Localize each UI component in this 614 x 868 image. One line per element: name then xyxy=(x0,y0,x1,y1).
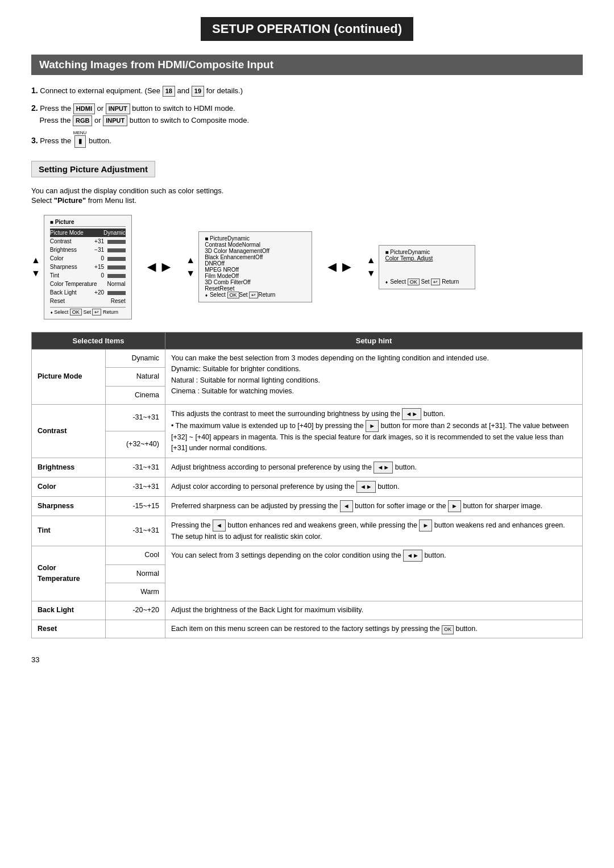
hint-contrast: This adjusts the contrast to meet the su… xyxy=(165,404,583,458)
subsection-desc1: You can adjust the display condition suc… xyxy=(31,186,583,195)
hint-brightness: Adjust brightness according to personal … xyxy=(165,458,583,477)
hint-back-light: Adjust the brightness of the Back Light … xyxy=(165,601,583,620)
subsection-title-wrapper: Setting Picture Adjustment xyxy=(31,161,583,183)
setup-title: SETUP OPERATION (continued) xyxy=(201,17,413,41)
step-1: 1. Connect to external equipment. (See 1… xyxy=(31,84,583,97)
table-row-contrast: Contrast -31~+31 This adjusts the contra… xyxy=(32,404,583,431)
vert-arrows-2: ▲ ▼ xyxy=(186,255,195,279)
item-tint: Tint xyxy=(32,516,106,546)
item-color: Color xyxy=(32,477,106,496)
step-3: 3. Press the MENU ▮ button. xyxy=(31,131,583,147)
ref-19: 19 xyxy=(192,86,204,97)
item-brightness: Brightness xyxy=(32,458,106,477)
value-sharpness: -15~+15 xyxy=(106,496,165,516)
menu-box-2: ■ PictureDynamic Contrast ModeNormal 3D … xyxy=(198,231,312,302)
item-sharpness: Sharpness xyxy=(32,496,106,516)
hdmi-btn: HDMI xyxy=(73,103,95,114)
hint-reset: Each item on this menu screen can be res… xyxy=(165,620,583,638)
settings-table: Selected Items Setup hint Picture Mode D… xyxy=(31,332,583,638)
hint-sharpness: Preferred sharpness can be adjusted by p… xyxy=(165,496,583,516)
horiz-arrows-2: ◄► xyxy=(325,258,354,276)
hint-color: Adjust color according to personal prefe… xyxy=(165,477,583,496)
table-row-picture-mode: Picture Mode Dynamic You can make the be… xyxy=(32,349,583,367)
page-number: 33 xyxy=(31,655,583,664)
table-row-sharpness: Sharpness -15~+15 Preferred sharpness ca… xyxy=(32,496,583,516)
table-row-brightness: Brightness -31~+31 Adjust brightness acc… xyxy=(32,458,583,477)
subsection-title: Setting Picture Adjustment xyxy=(31,161,155,177)
ref-18: 18 xyxy=(163,86,175,97)
item-back-light: Back Light xyxy=(32,601,106,620)
value-color: -31~+31 xyxy=(106,477,165,496)
hint-picture-mode: You can make the best selection from 3 m… xyxy=(165,349,583,404)
col-setup-hint: Setup hint xyxy=(165,332,583,349)
value-normal: Normal xyxy=(106,564,165,583)
value-tint: -31~+31 xyxy=(106,516,165,546)
input-btn-1: INPUT xyxy=(106,103,130,114)
col-selected-items: Selected Items xyxy=(32,332,165,349)
table-row-back-light: Back Light -20~+20 Adjust the brightness… xyxy=(32,601,583,620)
menu-btn: ▮ xyxy=(74,135,86,147)
item-contrast: Contrast xyxy=(32,404,106,458)
table-row-color-temp-cool: Color Temperature Cool You can select fr… xyxy=(32,546,583,564)
value-reset xyxy=(106,620,165,638)
value-contrast-1: -31~+31 xyxy=(106,404,165,431)
table-row-color: Color -31~+31 Adjust color according to … xyxy=(32,477,583,496)
value-cool: Cool xyxy=(106,546,165,564)
menu-box-1: ■ Picture Picture ModeDynamic Contrast+3… xyxy=(44,215,132,319)
section-title: Watching Images from HDMI/Composite Inpu… xyxy=(31,55,583,75)
item-reset: Reset xyxy=(32,620,106,638)
menu-box-3: ■ PictureDynamic Color Temp. Adjust ⬧ Se… xyxy=(379,245,475,289)
hint-color-temperature: You can select from 3 settings depending… xyxy=(165,546,583,601)
value-contrast-2: (+32~+40) xyxy=(106,431,165,458)
input-btn-2: INPUT xyxy=(103,115,127,126)
value-warm: Warm xyxy=(106,583,165,601)
hint-tint: Pressing the ◄ button enhances red and w… xyxy=(165,516,583,546)
menu-screenshots-container: ▲ ▼ ■ Picture Picture ModeDynamic Contra… xyxy=(31,215,583,319)
value-cinema: Cinema xyxy=(106,386,165,404)
table-row-reset: Reset Each item on this menu screen can … xyxy=(32,620,583,638)
rgb-btn: RGB xyxy=(73,115,92,126)
horiz-arrows-1: ◄► xyxy=(144,258,173,276)
value-brightness: -31~+31 xyxy=(106,458,165,477)
vert-arrows-1: ▲ ▼ xyxy=(31,255,40,279)
step-2: 2. Press the HDMI or INPUT button to swi… xyxy=(31,102,583,127)
value-back-light: -20~+20 xyxy=(106,601,165,620)
vert-arrows-3: ▲ ▼ xyxy=(367,255,376,279)
item-picture-mode: Picture Mode xyxy=(32,349,106,404)
value-natural: Natural xyxy=(106,368,165,386)
table-row-tint: Tint -31~+31 Pressing the ◄ button enhan… xyxy=(32,516,583,546)
value-dynamic: Dynamic xyxy=(106,349,165,367)
item-color-temperature: Color Temperature xyxy=(32,546,106,601)
subsection-desc2: Select "Picture" from Menu list. xyxy=(31,196,583,205)
